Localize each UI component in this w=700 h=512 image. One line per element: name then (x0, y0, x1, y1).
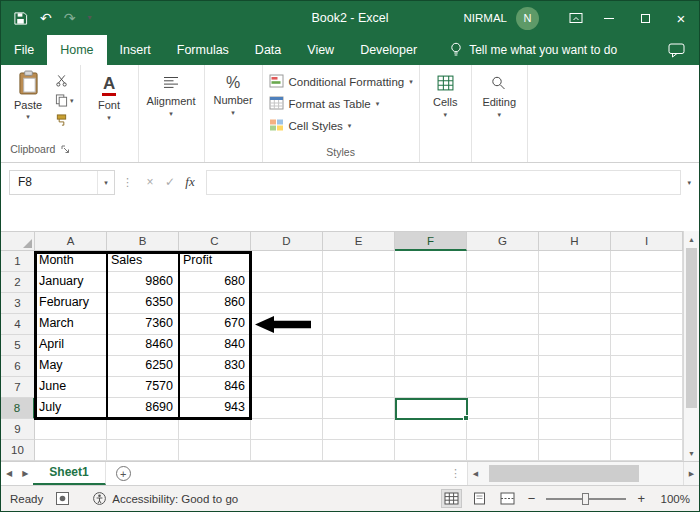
cell[interactable] (539, 335, 611, 356)
cell[interactable] (395, 251, 467, 272)
cell[interactable] (611, 335, 683, 356)
cell-C3[interactable]: 860 (179, 293, 251, 314)
page-break-view-icon[interactable] (498, 490, 517, 507)
cell[interactable] (323, 356, 395, 377)
cell[interactable] (611, 440, 683, 461)
cell[interactable] (467, 314, 539, 335)
undo-icon[interactable]: ↶ (40, 10, 52, 26)
cell[interactable] (467, 398, 539, 419)
cell-A7[interactable]: June (35, 377, 107, 398)
row-header-5[interactable]: 5 (1, 335, 35, 356)
cell-A4[interactable]: March (35, 314, 107, 335)
cell[interactable] (323, 272, 395, 293)
cell[interactable] (539, 356, 611, 377)
cell[interactable] (395, 272, 467, 293)
row-header-6[interactable]: 6 (1, 356, 35, 377)
customize-qat-chevron-icon[interactable]: ▾ (87, 14, 91, 22)
minimize-button[interactable] (591, 1, 627, 35)
column-header-D[interactable]: D (251, 231, 323, 251)
cell-C6[interactable]: 830 (179, 356, 251, 377)
column-header-H[interactable]: H (539, 231, 611, 251)
save-icon[interactable] (13, 11, 28, 26)
tab-file[interactable]: File (1, 35, 47, 65)
cell-B6[interactable]: 6250 (107, 356, 179, 377)
number-group-button[interactable]: % Number ▾ (205, 65, 263, 162)
cell[interactable] (251, 251, 323, 272)
cell[interactable] (467, 419, 539, 440)
cell-C7[interactable]: 846 (179, 377, 251, 398)
cell-C8[interactable]: 943 (179, 398, 251, 419)
cell[interactable] (323, 314, 395, 335)
cell[interactable] (251, 398, 323, 419)
cell-B8[interactable]: 8690 (107, 398, 179, 419)
cell[interactable] (251, 293, 323, 314)
comments-icon[interactable] (668, 43, 685, 58)
zoom-out-icon[interactable]: − (526, 491, 538, 506)
font-group-button[interactable]: A Font ▾ (81, 65, 139, 162)
cell[interactable] (539, 419, 611, 440)
cell-A5[interactable]: April (35, 335, 107, 356)
cell[interactable] (467, 335, 539, 356)
cell-A8[interactable]: July (35, 398, 107, 419)
cancel-icon[interactable]: × (140, 175, 160, 189)
cell[interactable] (467, 356, 539, 377)
account-avatar[interactable]: N (516, 7, 539, 30)
cell[interactable] (251, 377, 323, 398)
cut-icon[interactable] (55, 73, 74, 88)
name-box[interactable]: F8 ▾ (9, 170, 115, 195)
cell[interactable] (323, 293, 395, 314)
cell[interactable] (251, 335, 323, 356)
page-layout-view-icon[interactable] (470, 490, 489, 507)
tab-formulas[interactable]: Formulas (164, 35, 242, 65)
cell[interactable] (611, 251, 683, 272)
cell-C5[interactable]: 840 (179, 335, 251, 356)
sheet-tab-sheet1[interactable]: Sheet1 (33, 462, 105, 485)
tell-me-box[interactable]: Tell me what you want to do (450, 42, 617, 59)
new-sheet-icon[interactable]: + (116, 466, 131, 481)
zoom-in-icon[interactable]: + (635, 491, 647, 506)
zoom-slider-thumb[interactable] (582, 493, 589, 505)
row-header-8[interactable]: 8 (1, 398, 35, 419)
cell[interactable] (395, 419, 467, 440)
scroll-right-icon[interactable]: ▶ (683, 462, 699, 485)
cell[interactable] (539, 440, 611, 461)
enter-icon[interactable]: ✓ (160, 175, 180, 189)
cell[interactable] (35, 440, 107, 461)
editing-group-button[interactable]: Editing ▾ (472, 65, 528, 162)
cell[interactable] (467, 377, 539, 398)
tab-data[interactable]: Data (242, 35, 294, 65)
cell-B5[interactable]: 8460 (107, 335, 179, 356)
cell[interactable] (323, 335, 395, 356)
cell[interactable] (251, 356, 323, 377)
cell-A2[interactable]: January (35, 272, 107, 293)
ribbon-display-options-icon[interactable] (569, 11, 583, 25)
row-header-4[interactable]: 4 (1, 314, 35, 335)
formula-bar-drag-handle[interactable]: ⋮ (122, 176, 133, 189)
cell[interactable] (395, 440, 467, 461)
cell[interactable] (179, 419, 251, 440)
cell[interactable] (611, 314, 683, 335)
row-header-10[interactable]: 10 (1, 440, 35, 461)
column-header-B[interactable]: B (107, 231, 179, 251)
cell[interactable] (395, 356, 467, 377)
formula-input[interactable] (206, 170, 681, 195)
vertical-scroll-thumb[interactable] (686, 248, 697, 408)
cell[interactable] (395, 314, 467, 335)
paste-button[interactable]: Paste ▾ (7, 70, 49, 128)
tab-insert[interactable]: Insert (107, 35, 164, 65)
format-painter-icon[interactable] (55, 113, 74, 128)
cell[interactable] (323, 398, 395, 419)
cell[interactable] (467, 293, 539, 314)
cell[interactable] (539, 377, 611, 398)
cell[interactable] (467, 251, 539, 272)
copy-icon[interactable]: ▾ (55, 93, 74, 108)
scroll-up-icon[interactable]: ▲ (684, 231, 699, 247)
tab-developer[interactable]: Developer (347, 35, 430, 65)
row-header-2[interactable]: 2 (1, 272, 35, 293)
row-header-3[interactable]: 3 (1, 293, 35, 314)
macro-record-icon[interactable] (56, 492, 69, 505)
cell[interactable] (539, 398, 611, 419)
cell[interactable] (179, 440, 251, 461)
next-sheet-icon[interactable]: ▶ (17, 469, 33, 478)
accessibility-status[interactable]: Accessibility: Good to go (93, 492, 238, 505)
